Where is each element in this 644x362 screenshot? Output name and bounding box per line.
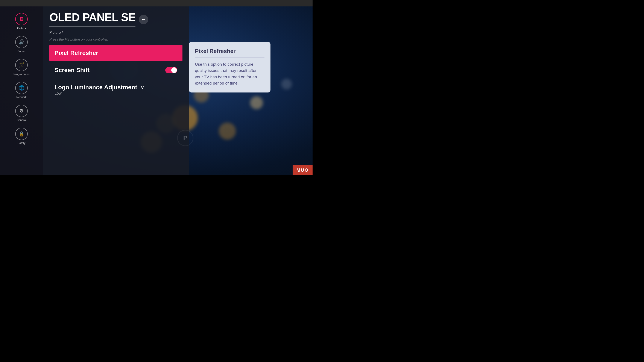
ps-logo: P bbox=[177, 130, 194, 146]
general-icon: ⚙ bbox=[15, 105, 28, 117]
sidebar: 🖥 Picture 🔊 Sound 🪄 Programmes 🌐 Network… bbox=[0, 6, 43, 175]
picture-icon: 🖥 bbox=[15, 13, 28, 25]
toggle-knob bbox=[171, 67, 177, 73]
sidebar-item-picture-label: Picture bbox=[17, 27, 26, 30]
menu-item-logo-luminance-left: Logo Luminance Adjustment ∨ Low bbox=[54, 84, 144, 96]
safety-icon: 🔒 bbox=[15, 128, 28, 140]
logo-luminance-sub: Low bbox=[54, 91, 144, 96]
info-panel-title: Pixel Refresher bbox=[195, 48, 264, 58]
info-panel: Pixel Refresher Use this option to corre… bbox=[189, 42, 270, 92]
menu-item-pixel-refresher[interactable]: Pixel Refresher bbox=[49, 45, 182, 61]
screen-shift-label: Screen Shift bbox=[54, 67, 90, 74]
screen-shift-toggle[interactable] bbox=[165, 67, 177, 73]
network-icon: 🌐 bbox=[15, 82, 28, 94]
sidebar-item-safety-label: Safety bbox=[18, 141, 26, 145]
sidebar-item-sound-label: Sound bbox=[18, 49, 26, 53]
back-button[interactable]: ↩ bbox=[139, 15, 148, 24]
breadcrumb: Picture / bbox=[49, 30, 182, 35]
pixel-refresher-label: Pixel Refresher bbox=[54, 49, 98, 56]
mud-watermark: MUO bbox=[292, 165, 312, 175]
menu-item-logo-luminance[interactable]: Logo Luminance Adjustment ∨ Low bbox=[49, 79, 182, 100]
sidebar-item-safety[interactable]: 🔒 Safety bbox=[4, 125, 39, 147]
sidebar-item-general[interactable]: ⚙ General bbox=[4, 103, 39, 124]
menu-item-pixel-refresher-left: Pixel Refresher bbox=[54, 49, 98, 56]
menu-item-screen-shift-left: Screen Shift bbox=[54, 67, 90, 74]
sound-icon: 🔊 bbox=[15, 36, 28, 48]
main-panel: OLED PANEL SE ↩ Picture / Press the PS b… bbox=[43, 6, 189, 175]
sidebar-item-sound[interactable]: 🔊 Sound bbox=[4, 34, 39, 55]
menu-item-screen-shift[interactable]: Screen Shift bbox=[49, 62, 182, 78]
logo-luminance-label: Logo Luminance Adjustment ∨ bbox=[54, 84, 144, 91]
sidebar-item-network-label: Network bbox=[16, 95, 26, 99]
top-bar bbox=[0, 0, 312, 6]
sidebar-item-programmes[interactable]: 🪄 Programmes bbox=[4, 57, 39, 78]
ps-hint: Press the PS button on your controller. bbox=[49, 37, 182, 41]
info-panel-description: Use this option to correct picture quali… bbox=[195, 61, 264, 86]
sidebar-item-general-label: General bbox=[16, 118, 26, 122]
sidebar-item-network[interactable]: 🌐 Network bbox=[4, 80, 39, 101]
programmes-icon: 🪄 bbox=[15, 59, 28, 71]
panel-title: OLED PANEL SE bbox=[49, 11, 136, 27]
sidebar-item-programmes-label: Programmes bbox=[14, 72, 30, 76]
title-row: OLED PANEL SE ↩ bbox=[49, 11, 182, 28]
chevron-down-icon: ∨ bbox=[140, 85, 144, 90]
sidebar-item-picture[interactable]: 🖥 Picture bbox=[4, 11, 39, 32]
divider bbox=[49, 36, 182, 36]
